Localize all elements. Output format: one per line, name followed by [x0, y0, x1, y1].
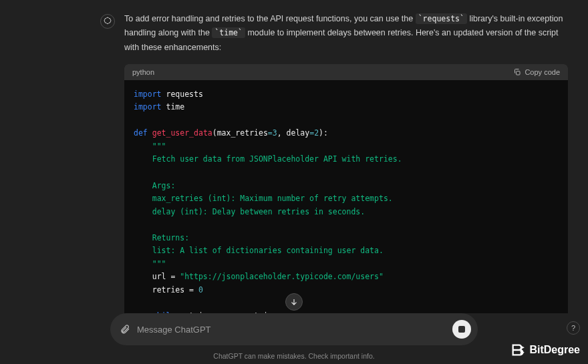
code-language-label: python [132, 68, 154, 76]
arrow-down-icon [289, 297, 299, 307]
code-block: python Copy code import requests import … [124, 64, 568, 313]
paperclip-icon [120, 324, 130, 335]
copy-code-button[interactable]: Copy code [513, 68, 560, 76]
bitdegree-logo-icon [510, 343, 525, 357]
openai-icon [103, 17, 112, 26]
inline-code-time: `time` [212, 27, 245, 38]
assistant-message-text: To add error handling and retries to the… [124, 12, 568, 55]
brand-badge: BitDegree [510, 343, 580, 357]
attach-button[interactable] [120, 324, 130, 335]
code-block-header: python Copy code [124, 64, 568, 80]
copy-icon [513, 68, 521, 76]
svg-rect-0 [517, 71, 521, 75]
chat-input-bar[interactable]: Message ChatGPT [110, 313, 478, 345]
stop-button[interactable] [452, 320, 471, 339]
inline-code-requests: `requests` [416, 13, 467, 24]
footer-disclaimer: ChatGPT can make mistakes. Check importa… [0, 352, 588, 364]
assistant-avatar [100, 14, 115, 29]
scroll-down-button[interactable] [285, 293, 303, 311]
chat-input-placeholder[interactable]: Message ChatGPT [137, 325, 446, 335]
code-content[interactable]: import requests import time def get_user… [124, 80, 568, 313]
help-button[interactable]: ? [567, 321, 580, 335]
stop-icon [458, 326, 465, 333]
